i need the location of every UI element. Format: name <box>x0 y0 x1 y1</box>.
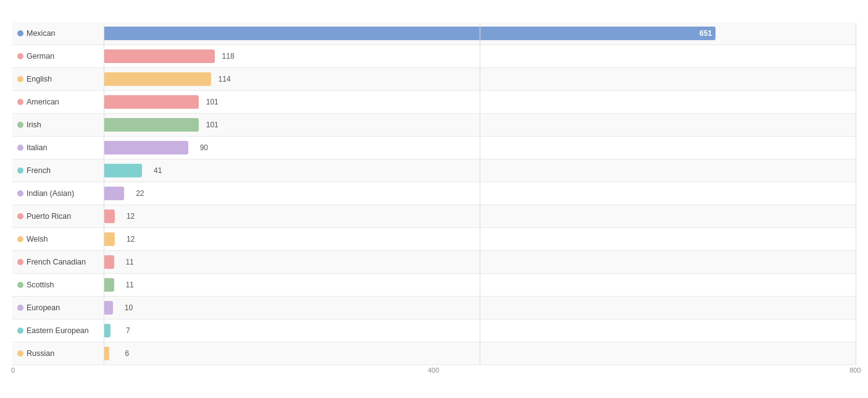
x-axis-label: 800 <box>849 366 861 374</box>
bar-label: European <box>12 303 104 312</box>
bar-fill: 90 <box>104 141 188 155</box>
bar-container: 11 <box>104 255 856 269</box>
bar-value: 114 <box>219 75 231 83</box>
bar-label: Irish <box>12 121 104 129</box>
bar-fill: 11 <box>104 255 114 269</box>
bar-fill: 41 <box>104 164 142 177</box>
x-axis: 0400800 <box>12 366 856 379</box>
bar-row: Irish101 <box>12 114 856 137</box>
bar-label: German <box>12 52 104 61</box>
x-axis-label: 0 <box>11 366 15 374</box>
bar-label: French <box>12 166 104 175</box>
x-axis-label: 400 <box>428 366 439 374</box>
bar-row: Eastern European7 <box>12 320 856 342</box>
bar-value: 6 <box>125 349 129 358</box>
bar-container: 101 <box>104 118 856 132</box>
bar-value: 101 <box>206 121 219 129</box>
bar-row: German118 <box>12 45 856 68</box>
bar-row: Welsh12 <box>12 228 856 251</box>
bar-value: 22 <box>136 189 144 198</box>
label-dot <box>17 305 23 311</box>
bar-container: 90 <box>104 141 856 155</box>
label-dot <box>17 350 23 357</box>
bar-container: 12 <box>104 210 856 223</box>
bar-label: American <box>12 98 104 106</box>
bar-label: Puerto Rican <box>12 212 104 221</box>
bar-container: 651 <box>104 27 856 40</box>
bar-value: 12 <box>127 235 135 243</box>
bar-fill: 118 <box>104 49 215 63</box>
bar-row: Italian90 <box>12 137 856 159</box>
bar-fill: 101 <box>104 95 199 109</box>
label-dot <box>17 167 23 174</box>
bar-container: 101 <box>104 95 856 109</box>
bar-container: 12 <box>104 232 856 246</box>
grid-line <box>856 22 856 365</box>
bar-value: 651 <box>699 29 712 38</box>
bar-value: 7 <box>126 326 130 335</box>
bar-fill: 22 <box>104 187 124 200</box>
label-dot <box>17 53 23 59</box>
bar-container: 10 <box>104 301 856 315</box>
bar-container: 6 <box>104 347 856 360</box>
bar-label: Welsh <box>12 235 104 243</box>
bar-value: 90 <box>200 143 208 152</box>
bar-fill: 10 <box>104 301 113 315</box>
label-dot <box>17 30 23 36</box>
bar-label: Scottish <box>12 281 104 289</box>
bar-label: Russian <box>12 349 104 358</box>
bar-row: Indian (Asian)22 <box>12 182 856 205</box>
bar-fill: 11 <box>104 278 114 292</box>
bar-row: French Canadian11 <box>12 251 856 274</box>
bar-fill: 6 <box>104 347 109 360</box>
bar-fill: 7 <box>104 324 111 337</box>
bar-fill: 12 <box>104 210 115 223</box>
label-dot <box>17 236 23 242</box>
bar-row: English114 <box>12 68 856 91</box>
bar-row: American101 <box>12 91 856 114</box>
bar-container: 22 <box>104 187 856 200</box>
chart-area: Mexican651German118English114American101… <box>12 22 856 379</box>
label-dot <box>17 213 23 219</box>
bar-value: 101 <box>206 98 219 106</box>
bar-fill: 114 <box>104 72 211 86</box>
bar-value: 11 <box>125 258 133 266</box>
bar-container: 11 <box>104 278 856 292</box>
bar-fill: 12 <box>104 232 115 246</box>
label-dot <box>17 259 23 265</box>
bar-row: Mexican651 <box>12 22 856 45</box>
bar-value: 10 <box>125 303 133 312</box>
bar-container: 7 <box>104 324 856 337</box>
bar-label: Indian (Asian) <box>12 189 104 198</box>
bar-label: Eastern European <box>12 326 104 335</box>
rows-wrapper: Mexican651German118English114American101… <box>12 22 856 365</box>
bar-label: Mexican <box>12 29 104 38</box>
bar-container: 41 <box>104 164 856 177</box>
bar-label: English <box>12 75 104 83</box>
bar-row: Russian6 <box>12 342 856 365</box>
bar-fill: 651 <box>104 27 716 40</box>
label-dot <box>17 190 23 197</box>
bar-container: 118 <box>104 49 856 63</box>
bar-row: Puerto Rican12 <box>12 205 856 228</box>
label-dot <box>17 122 23 128</box>
label-dot <box>17 328 23 334</box>
bar-value: 41 <box>154 166 162 175</box>
bar-value: 11 <box>125 281 133 289</box>
bar-row: French41 <box>12 159 856 182</box>
label-dot <box>17 282 23 288</box>
bar-label: Italian <box>12 143 104 152</box>
bar-row: European10 <box>12 297 856 320</box>
bar-value: 118 <box>222 52 235 61</box>
bar-container: 114 <box>104 72 856 86</box>
bar-value: 12 <box>127 212 135 221</box>
label-dot <box>17 99 23 105</box>
label-dot <box>17 145 23 151</box>
bar-fill: 101 <box>104 118 199 132</box>
bar-row: Scottish11 <box>12 274 856 297</box>
label-dot <box>17 76 23 82</box>
bar-label: French Canadian <box>12 258 104 266</box>
